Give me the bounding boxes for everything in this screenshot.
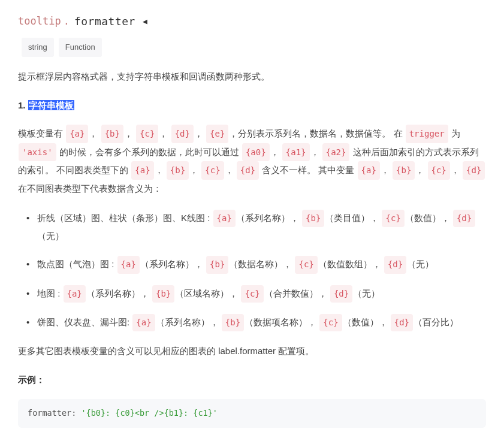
type-tags: string Function [22, 38, 486, 57]
code-a: {a} [66, 125, 88, 143]
code-b: {b} [393, 161, 415, 180]
section-1-number: 1. [18, 100, 28, 110]
code-key: formatter: [28, 408, 81, 418]
code-b: {b} [101, 125, 123, 143]
code-d: {d} [463, 161, 485, 180]
code-c: {c} [136, 125, 158, 143]
list-item: 饼图、仪表盘、漏斗图: {a}（系列名称）， {b}（数据项名称）， {c}（数… [37, 313, 486, 331]
code-c: {c} [382, 210, 404, 227]
section-1-heading: 1. 字符串模板 [18, 96, 486, 114]
intro-text: 提示框浮层内容格式器，支持字符串模板和回调函数两种形式。 [18, 68, 486, 85]
code-c: {c} [241, 285, 263, 303]
code-a0: {a0} [242, 143, 270, 162]
code-e: {e} [206, 125, 228, 143]
list-item: 地图 : {a}（系列名称）， {b}（区域名称）， {c}（合并数值）， {d… [37, 285, 486, 303]
example-label: 示例： [18, 371, 486, 388]
code-a: {a} [117, 256, 140, 273]
template-vars-paragraph: 模板变量有 {a}， {b}， {c}， {d}， {e}，分别表示系列名，数据… [18, 125, 486, 198]
more-text: 更多其它图表模板变量的含义可以见相应的图表的 label.formatter 配… [18, 342, 486, 359]
code-a: {a} [131, 161, 153, 180]
code-d: {d} [453, 210, 475, 227]
code-d: {d} [391, 314, 413, 331]
breadcrumb-parent[interactable]: tooltip [18, 11, 61, 31]
code-b: {b} [222, 314, 244, 331]
list-item: 折线（区域）图、柱状（条形）图、K线图 : {a}（系列名称）， {b}（类目值… [37, 209, 486, 245]
code-a1: {a1} [282, 143, 310, 162]
code-d: {d} [384, 256, 406, 273]
code-c: {c} [319, 314, 342, 331]
code-a: {a} [132, 314, 155, 331]
chart-type-list: 折线（区域）图、柱状（条形）图、K线图 : {a}（系列名称）， {b}（类目值… [18, 209, 486, 331]
code-b: {b} [206, 256, 228, 273]
code-b: {b} [167, 161, 189, 180]
content-body: 提示框浮层内容格式器，支持字符串模板和回调函数两种形式。 1. 字符串模板 模板… [18, 68, 486, 428]
section-1-title: 字符串模板 [28, 100, 74, 110]
code-c: {c} [428, 161, 450, 180]
type-tag: string [22, 38, 54, 57]
breadcrumb: tooltip. formatter ◀ [18, 11, 486, 32]
code-a: {a} [358, 161, 380, 180]
type-tag: Function [59, 38, 102, 57]
breadcrumb-current: formatter [74, 11, 135, 32]
collapse-icon[interactable]: ◀ [143, 14, 147, 29]
code-c: {c} [295, 256, 317, 273]
code-axis: 'axis' [19, 143, 56, 162]
code-d: {d} [330, 285, 352, 303]
code-b: {b} [152, 285, 174, 303]
code-a: {a} [213, 210, 236, 227]
breadcrumb-dot: . [64, 11, 70, 31]
code-d: {d} [171, 125, 194, 143]
code-trigger: trigger [406, 125, 448, 143]
code-a: {a} [64, 285, 86, 303]
code-a2: {a2} [322, 143, 350, 162]
code-c: {c} [201, 161, 224, 180]
code-d: {d} [237, 161, 259, 180]
code-b: {b} [302, 210, 324, 227]
code-string: '{b0}: {c0}<br />{b1}: {c1}' [81, 408, 218, 418]
list-item: 散点图（气泡）图 : {a}（系列名称）， {b}（数据名称）， {c}（数值数… [37, 255, 486, 273]
code-block-example: formatter: '{b0}: {c0}<br />{b1}: {c1}' [18, 399, 486, 428]
